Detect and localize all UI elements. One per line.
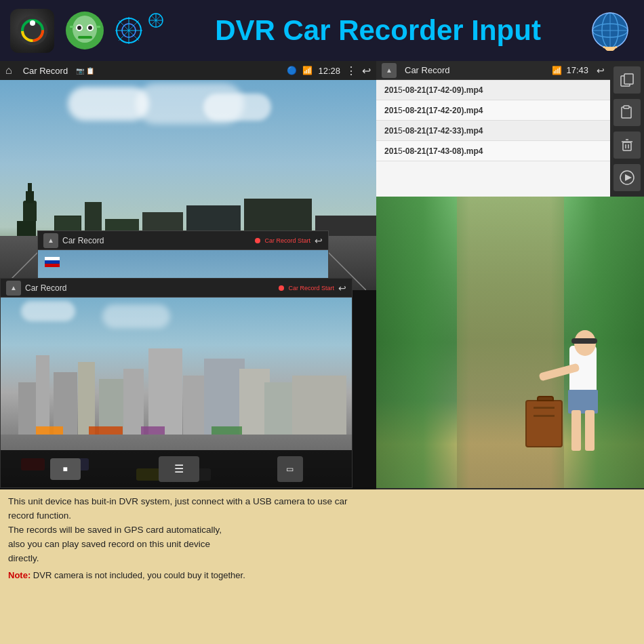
- panel-mid-title: Car Record: [62, 236, 251, 245]
- panel-large-header: ▲ Car Record Car Record Start ↩: [1, 279, 352, 298]
- status-time-1: 12:28: [318, 66, 340, 76]
- status-bar-1: ⌂ Car Record 📷 📋 🔵 📶 12:28 ⋮ ↩: [0, 61, 376, 80]
- description-area: This unit device has buit-in DVR system,…: [0, 489, 376, 644]
- right-panel-up-btn[interactable]: ▲: [382, 63, 397, 78]
- copy-btn[interactable]: [613, 66, 641, 94]
- globe-icon: [586, 7, 634, 54]
- top-header: DVR Car Recorder Input: [0, 0, 644, 61]
- right-panel-wifi: 📶: [552, 66, 562, 75]
- panel-large-bottom-bar: ■ ☰ ▭: [1, 450, 352, 487]
- svg-marker-48: [625, 174, 632, 181]
- note-content: DVR camera is not included, you could bu…: [33, 570, 245, 580]
- file-item-1[interactable]: 2015-08-21(17-42-09).mp4: [376, 80, 610, 100]
- panel-mid-back[interactable]: ↩: [315, 235, 323, 246]
- file-item-3[interactable]: 2015-08-21(17-42-33).mp4: [376, 121, 610, 141]
- robot-icon: [61, 7, 108, 54]
- svg-point-9: [77, 26, 81, 30]
- svg-rect-13: [96, 26, 100, 28]
- panel-mid-header: ▲ Car Record Car Record Start ↩: [38, 231, 328, 250]
- panel-large-body: ■ ☰ ▭: [1, 298, 352, 487]
- left-panels-area: ⌂ Car Record 📷 📋 🔵 📶 12:28 ⋮ ↩ ▲ Car Rec…: [0, 61, 376, 644]
- right-panel-back-btn[interactable]: ↩: [597, 65, 605, 76]
- panel-large-menu-btn[interactable]: ☰: [159, 456, 199, 482]
- delete-btn[interactable]: [613, 132, 641, 159]
- panel-large-title: Car Record: [25, 283, 275, 293]
- main-area: ⌂ Car Record 📷 📋 🔵 📶 12:28 ⋮ ↩ ▲ Car Rec…: [0, 61, 644, 644]
- right-bottom-text: [376, 489, 644, 644]
- paste-btn[interactable]: [613, 99, 641, 126]
- file-list-panel: ▲ Car Record 📶 17:43 ↩ 2015-08-21(17-42-…: [376, 61, 610, 197]
- svg-rect-41: [624, 106, 629, 108]
- panel-large-rec: Car Record Start: [288, 285, 334, 291]
- svg-rect-42: [623, 142, 631, 150]
- right-panel-title: Car Record: [405, 65, 548, 75]
- file-list: 2015-08-21(17-42-09).mp4 2015-08-21(17-4…: [376, 80, 610, 197]
- panel-large-stop-btn[interactable]: ■: [50, 458, 81, 480]
- note-label: Note:: [8, 570, 31, 580]
- more-icon-1[interactable]: ⋮: [346, 64, 357, 77]
- svg-point-4: [30, 20, 35, 26]
- panel1-title: Car Record: [23, 66, 68, 76]
- svg-rect-11: [78, 36, 92, 39]
- rec-dot-large: [279, 285, 284, 291]
- file-item-2[interactable]: 2015-08-21(17-42-20).mp4: [376, 100, 610, 121]
- right-panel-time: 17:43: [566, 65, 588, 75]
- girl-photo: [376, 197, 644, 488]
- right-content: ▲ Car Record 📶 17:43 ↩ 2015-08-21(17-42-…: [376, 61, 644, 644]
- panel-mid-up-btn[interactable]: ▲: [43, 233, 58, 248]
- panel-large-square-btn[interactable]: ▭: [277, 456, 303, 482]
- panel-large-up-btn[interactable]: ▲: [6, 281, 21, 296]
- svg-rect-12: [70, 26, 74, 28]
- panel-large-back[interactable]: ↩: [338, 283, 346, 294]
- home-icon[interactable]: ⌂: [5, 64, 12, 77]
- panel-large: ▲ Car Record Car Record Start ↩: [0, 278, 353, 488]
- header-deco-left: [115, 10, 169, 51]
- svg-point-10: [88, 26, 92, 30]
- panel-mid-rec: Car Record Start: [264, 237, 310, 244]
- file-list-header: ▲ Car Record 📶 17:43 ↩: [376, 61, 610, 80]
- page-title: DVR Car Recorder Input: [176, 14, 580, 47]
- play-btn[interactable]: [613, 164, 641, 191]
- description-text: This unit device has buit-in DVR system,…: [8, 495, 368, 566]
- note-text: Note: DVR camera is not included, you co…: [8, 570, 368, 580]
- back-btn-1[interactable]: ↩: [362, 64, 371, 77]
- rec-dot-mid: [255, 238, 260, 243]
- svg-rect-39: [624, 74, 633, 84]
- app-icon: [10, 9, 54, 53]
- file-item-4[interactable]: 2015-08-21(17-43-08).mp4: [376, 141, 610, 161]
